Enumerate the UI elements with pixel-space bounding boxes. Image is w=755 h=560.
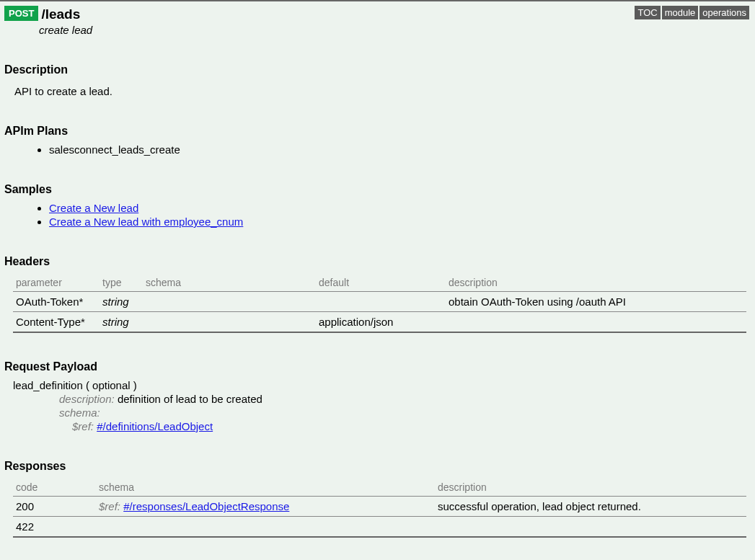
- plans-heading: APIm Plans: [4, 125, 751, 138]
- cell-schema: $ref: #/responses/LeadObjectResponse: [96, 497, 435, 517]
- list-item: salesconnect_leads_create: [49, 143, 751, 156]
- payload-ref-label: $ref:: [72, 420, 94, 432]
- cell-schema: [143, 312, 316, 333]
- response-ref-link[interactable]: #/responses/LeadObjectResponse: [123, 500, 289, 512]
- endpoint-path: /leads: [41, 6, 80, 22]
- cell-parameter: OAuth-Token*: [13, 292, 100, 312]
- endpoint-summary: create lead: [39, 24, 755, 36]
- cell-default: application/json: [316, 312, 446, 333]
- col-code: code: [13, 479, 96, 497]
- sample-link[interactable]: Create a New lead with employee_cnum: [49, 215, 243, 228]
- cell-parameter: Content-Type*: [13, 312, 100, 333]
- col-default: default: [316, 274, 446, 292]
- cell-code: 422: [13, 517, 96, 538]
- cell-schema: [96, 517, 435, 538]
- description-text: API to create a lead.: [14, 85, 751, 97]
- cell-type: string: [100, 292, 143, 312]
- table-row: 200 $ref: #/responses/LeadObjectResponse…: [13, 497, 746, 517]
- list-item: Create a New lead: [49, 202, 751, 214]
- cell-description: successful operation, lead object return…: [435, 497, 746, 517]
- table-row: OAuth-Token* string obtain OAuth-Token u…: [13, 292, 746, 312]
- samples-heading: Samples: [4, 183, 751, 196]
- cell-description: [435, 517, 746, 538]
- headers-table: parameter type schema default descriptio…: [13, 274, 746, 333]
- operations-button[interactable]: operations: [699, 6, 749, 19]
- cell-type: string: [100, 312, 143, 333]
- table-row: Content-Type* string application/json: [13, 312, 746, 333]
- sample-link[interactable]: Create a New lead: [49, 202, 138, 214]
- col-type: type: [100, 274, 143, 292]
- col-description: description: [435, 479, 746, 497]
- http-method-badge: POST: [4, 6, 38, 21]
- module-button[interactable]: module: [662, 6, 699, 19]
- responses-table: code schema description 200 $ref: #/resp…: [13, 479, 746, 538]
- samples-list: Create a New lead Create a New lead with…: [4, 202, 751, 228]
- cell-schema: [143, 292, 316, 312]
- cell-default: [316, 292, 446, 312]
- payload-heading: Request Payload: [4, 360, 751, 373]
- col-schema: schema: [96, 479, 435, 497]
- col-schema: schema: [143, 274, 316, 292]
- col-description: description: [446, 274, 746, 292]
- nav-buttons: TOC module operations: [635, 6, 749, 19]
- description-heading: Description: [4, 63, 751, 76]
- payload-desc-label: description:: [59, 393, 115, 405]
- plans-list: salesconnect_leads_create: [4, 143, 751, 156]
- table-row: 422: [13, 517, 746, 538]
- cell-description: obtain OAuth-Token using /oauth API: [446, 292, 746, 312]
- payload-desc-text: definition of lead to be created: [118, 393, 262, 405]
- headers-heading: Headers: [4, 255, 751, 268]
- toc-button[interactable]: TOC: [635, 6, 660, 19]
- payload-schema-label: schema:: [59, 406, 100, 419]
- list-item: Create a New lead with employee_cnum: [49, 215, 751, 228]
- cell-code: 200: [13, 497, 96, 517]
- responses-heading: Responses: [4, 460, 751, 473]
- payload-ref-link[interactable]: #/definitions/LeadObject: [97, 420, 213, 432]
- col-parameter: parameter: [13, 274, 100, 292]
- payload-name: lead_definition ( optional ): [13, 379, 751, 391]
- cell-description: [446, 312, 746, 333]
- response-ref-label: $ref:: [99, 500, 120, 512]
